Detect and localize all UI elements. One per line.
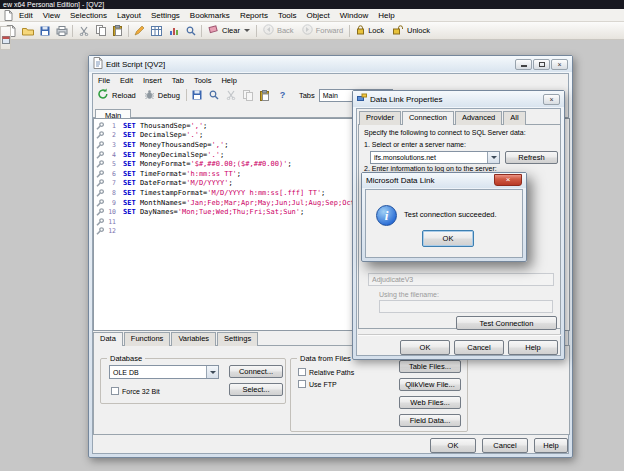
unlock-button[interactable]: Unlock (388, 24, 434, 38)
table-icon[interactable] (148, 23, 165, 38)
data-link-titlebar[interactable]: Data Link Properties × (353, 91, 564, 107)
back-button[interactable]: Back (259, 23, 298, 38)
menu-item[interactable]: Window (335, 11, 373, 20)
qlikview-file-button[interactable]: QlikView File... (399, 378, 461, 391)
tab-connection[interactable]: Connection (402, 111, 454, 125)
test-connection-button[interactable]: Test Connection (456, 316, 557, 330)
maximize-button[interactable] (533, 59, 550, 70)
close-icon[interactable]: × (551, 59, 568, 70)
app-menu: EditViewSelectionsLayoutSettingsBookmark… (14, 11, 400, 20)
menu-item[interactable]: Settings (146, 11, 185, 20)
menu-item[interactable]: Tools (273, 11, 302, 20)
wrench-icon (96, 141, 105, 149)
checkbox[interactable] (298, 380, 306, 388)
wrench-icon (96, 122, 105, 130)
script-code: SET DayNames='Mon;Tue;Wed;Thu;Fri;Sat;Su… (123, 208, 304, 216)
menu-item[interactable]: Bookmarks (185, 11, 235, 20)
tab-functions[interactable]: Functions (124, 332, 171, 346)
save-icon[interactable] (36, 23, 53, 38)
line-number: 4 (105, 151, 116, 159)
menu-item[interactable]: Edit (14, 11, 38, 20)
menu-item[interactable]: Help (373, 11, 399, 20)
checkbox[interactable] (111, 387, 119, 395)
lock-icon (356, 25, 365, 37)
copy-icon[interactable] (240, 88, 257, 103)
app-titlebar[interactable]: ew x64 Personal Edition] - [QV2] (0, 0, 624, 9)
menu-item[interactable]: Object (302, 11, 335, 20)
menu-item[interactable]: Edit (115, 76, 138, 85)
divider (358, 334, 561, 336)
open-icon[interactable] (19, 23, 36, 38)
cut-icon[interactable] (75, 23, 92, 38)
server-name-combo[interactable]: ifs.monsolutions.net (370, 151, 500, 164)
checkbox[interactable] (298, 368, 306, 376)
help-icon[interactable]: ? (274, 88, 291, 103)
select-button[interactable]: Select... (229, 383, 283, 396)
menu-item[interactable]: Help (216, 76, 241, 85)
forward-button[interactable]: Forward (298, 23, 348, 38)
close-icon[interactable]: × (494, 174, 522, 186)
tab-advanced[interactable]: Advanced (455, 111, 502, 125)
ok-button[interactable]: OK (400, 340, 450, 355)
save-icon[interactable] (189, 88, 206, 103)
print-icon[interactable] (53, 23, 70, 38)
reload-button[interactable]: Reload (93, 87, 140, 103)
pencil-icon[interactable] (131, 23, 148, 38)
docked-toolbar (0, 26, 11, 50)
chevron-down-icon[interactable] (487, 152, 499, 163)
menu-item[interactable]: File (93, 76, 115, 85)
search-icon[interactable] (182, 23, 199, 38)
menu-item[interactable]: Reports (235, 11, 273, 20)
ok-button[interactable]: OK (422, 230, 474, 247)
help-button[interactable]: Help (508, 340, 558, 355)
chart-icon[interactable] (165, 23, 182, 38)
web-files-button[interactable]: Web Files... (399, 396, 461, 409)
cancel-button[interactable]: Cancel (454, 340, 504, 355)
paste-icon[interactable] (109, 23, 126, 38)
document-icon[interactable] (2, 10, 14, 21)
cut-icon[interactable] (223, 88, 240, 103)
tab-provider[interactable]: Provider (359, 111, 401, 125)
info-icon: i (376, 205, 397, 226)
table-files-button[interactable]: Table Files... (399, 360, 461, 373)
database-select[interactable]: OLE DB (109, 365, 219, 379)
separator (72, 25, 73, 37)
separator (186, 89, 187, 101)
debug-button[interactable]: Debug (140, 88, 184, 103)
script-code: SET DecimalSep='.'; (123, 131, 203, 139)
use-ftp-checkbox[interactable]: Use FTP (298, 380, 337, 388)
help-button[interactable]: Help (534, 438, 568, 453)
menu-item[interactable]: View (38, 11, 65, 20)
chevron-down-icon[interactable] (206, 366, 218, 378)
connect-button[interactable]: Connect... (229, 365, 283, 378)
sheet-icon[interactable] (2, 30, 10, 49)
clear-button[interactable]: Clear (204, 24, 254, 37)
ok-button[interactable]: OK (430, 438, 476, 453)
script-code (123, 227, 127, 235)
cancel-button[interactable]: Cancel (482, 438, 528, 453)
menu-item[interactable]: Insert (138, 76, 167, 85)
relative-paths-checkbox[interactable]: Relative Paths (298, 368, 354, 376)
minimize-button[interactable] (515, 59, 532, 70)
paste-icon[interactable] (257, 88, 274, 103)
menu-item[interactable]: Tab (167, 76, 189, 85)
force-32bit-checkbox[interactable]: Force 32 Bit (111, 387, 160, 395)
menu-item[interactable]: Layout (112, 11, 146, 20)
tab-all[interactable]: All (503, 111, 525, 125)
refresh-button[interactable]: Refresh (505, 151, 558, 164)
script-code: SET ThousandSep=','; (123, 122, 207, 130)
search-icon[interactable] (206, 88, 223, 103)
tab-data[interactable]: Data (93, 332, 123, 346)
database-select-value: OLE DB (113, 369, 139, 376)
edit-script-titlebar[interactable]: Edit Script [QV2] × (89, 56, 572, 72)
lock-button[interactable]: Lock (352, 24, 388, 38)
tab-settings[interactable]: Settings (217, 332, 258, 346)
menu-item[interactable]: Tools (189, 76, 217, 85)
field-data-button[interactable]: Field Data... (399, 414, 461, 427)
menu-item[interactable]: Selections (65, 11, 112, 20)
close-icon[interactable]: × (543, 94, 560, 105)
database-group-label: Database (107, 354, 145, 363)
line-number: 2 (105, 131, 116, 139)
copy-icon[interactable] (92, 23, 109, 38)
tab-variables[interactable]: Variables (171, 332, 216, 346)
